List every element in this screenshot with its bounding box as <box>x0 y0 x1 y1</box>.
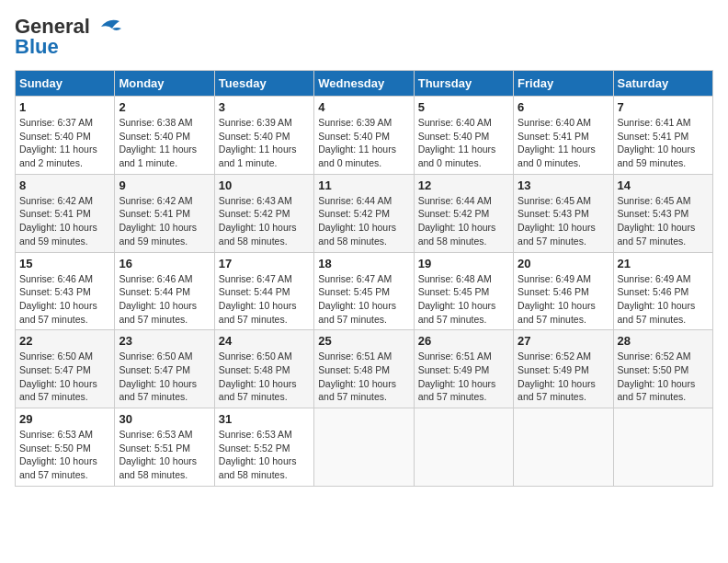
day-number: 26 <box>418 334 509 348</box>
day-number: 2 <box>119 100 210 114</box>
day-number: 18 <box>318 257 409 270</box>
day-info: Sunrise: 6:38 AMSunset: 5:40 PMDaylight:… <box>119 116 210 170</box>
day-number: 27 <box>518 334 609 348</box>
day-info: Sunrise: 6:42 AMSunset: 5:41 PMDaylight:… <box>119 194 210 248</box>
day-number: 22 <box>19 334 110 348</box>
day-info: Sunrise: 6:50 AMSunset: 5:47 PMDaylight:… <box>19 350 110 404</box>
day-info: Sunrise: 6:51 AMSunset: 5:48 PMDaylight:… <box>318 350 409 404</box>
day-number: 10 <box>219 178 310 192</box>
day-info: Sunrise: 6:45 AMSunset: 5:43 PMDaylight:… <box>618 194 709 248</box>
calendar-body: 1 Sunrise: 6:37 AMSunset: 5:40 PMDayligh… <box>16 97 713 487</box>
day-header-thursday: Thursday <box>414 71 513 97</box>
day-info: Sunrise: 6:53 AMSunset: 5:52 PMDaylight:… <box>219 428 310 482</box>
logo: General Blue <box>15 15 123 59</box>
calendar-cell: 2 Sunrise: 6:38 AMSunset: 5:40 PMDayligh… <box>115 97 214 175</box>
day-header-sunday: Sunday <box>16 71 115 97</box>
day-info: Sunrise: 6:42 AMSunset: 5:41 PMDaylight:… <box>19 194 110 248</box>
day-info: Sunrise: 6:40 AMSunset: 5:41 PMDaylight:… <box>518 116 609 170</box>
calendar-cell: 3 Sunrise: 6:39 AMSunset: 5:40 PMDayligh… <box>214 97 313 175</box>
day-number: 25 <box>318 334 409 348</box>
day-number: 4 <box>318 100 409 114</box>
calendar-cell: 30 Sunrise: 6:53 AMSunset: 5:51 PMDaylig… <box>115 408 214 487</box>
day-info: Sunrise: 6:40 AMSunset: 5:40 PMDaylight:… <box>418 116 509 170</box>
day-number: 20 <box>518 257 609 270</box>
day-info: Sunrise: 6:46 AMSunset: 5:43 PMDaylight:… <box>19 272 110 327</box>
calendar-cell: 7 Sunrise: 6:41 AMSunset: 5:41 PMDayligh… <box>613 97 712 175</box>
day-number: 15 <box>19 257 110 270</box>
calendar-cell: 1 Sunrise: 6:37 AMSunset: 5:40 PMDayligh… <box>16 97 115 175</box>
calendar-cell: 21 Sunrise: 6:49 AMSunset: 5:46 PMDaylig… <box>613 252 712 330</box>
day-info: Sunrise: 6:39 AMSunset: 5:40 PMDaylight:… <box>219 116 310 170</box>
day-number: 6 <box>518 100 609 114</box>
day-number: 3 <box>219 100 310 114</box>
calendar-header-row: SundayMondayTuesdayWednesdayThursdayFrid… <box>16 71 713 97</box>
calendar-cell <box>514 408 613 487</box>
calendar-week-3: 15 Sunrise: 6:46 AMSunset: 5:43 PMDaylig… <box>16 252 713 330</box>
day-info: Sunrise: 6:52 AMSunset: 5:50 PMDaylight:… <box>618 350 709 404</box>
calendar-cell: 23 Sunrise: 6:50 AMSunset: 5:47 PMDaylig… <box>115 330 214 408</box>
day-info: Sunrise: 6:37 AMSunset: 5:40 PMDaylight:… <box>19 116 110 170</box>
calendar-cell: 13 Sunrise: 6:45 AMSunset: 5:43 PMDaylig… <box>514 174 613 252</box>
day-number: 23 <box>119 334 210 348</box>
day-number: 31 <box>219 412 310 426</box>
calendar-table: SundayMondayTuesdayWednesdayThursdayFrid… <box>15 70 713 487</box>
day-number: 13 <box>518 178 609 192</box>
calendar-cell: 10 Sunrise: 6:43 AMSunset: 5:42 PMDaylig… <box>214 174 313 252</box>
calendar-cell: 16 Sunrise: 6:46 AMSunset: 5:44 PMDaylig… <box>115 252 214 330</box>
day-number: 29 <box>19 412 110 426</box>
calendar-cell: 27 Sunrise: 6:52 AMSunset: 5:49 PMDaylig… <box>514 330 613 408</box>
calendar-cell: 4 Sunrise: 6:39 AMSunset: 5:40 PMDayligh… <box>314 97 414 175</box>
day-number: 1 <box>19 100 110 114</box>
calendar-week-4: 22 Sunrise: 6:50 AMSunset: 5:47 PMDaylig… <box>16 330 713 408</box>
day-number: 12 <box>418 178 509 192</box>
calendar-cell: 22 Sunrise: 6:50 AMSunset: 5:47 PMDaylig… <box>16 330 115 408</box>
calendar-cell: 17 Sunrise: 6:47 AMSunset: 5:44 PMDaylig… <box>214 252 313 330</box>
day-info: Sunrise: 6:50 AMSunset: 5:47 PMDaylight:… <box>119 350 210 404</box>
logo-bird-icon <box>94 17 123 36</box>
calendar-cell <box>414 408 513 487</box>
calendar-cell: 29 Sunrise: 6:53 AMSunset: 5:50 PMDaylig… <box>16 408 115 487</box>
calendar-week-5: 29 Sunrise: 6:53 AMSunset: 5:50 PMDaylig… <box>16 408 713 487</box>
day-number: 14 <box>618 178 709 192</box>
day-number: 21 <box>618 257 709 270</box>
day-number: 16 <box>119 257 210 270</box>
day-number: 19 <box>418 257 509 270</box>
day-info: Sunrise: 6:45 AMSunset: 5:43 PMDaylight:… <box>518 194 609 248</box>
day-number: 28 <box>618 334 709 348</box>
calendar-cell: 31 Sunrise: 6:53 AMSunset: 5:52 PMDaylig… <box>214 408 313 487</box>
calendar-cell <box>613 408 712 487</box>
calendar-cell: 25 Sunrise: 6:51 AMSunset: 5:48 PMDaylig… <box>314 330 414 408</box>
calendar-cell: 15 Sunrise: 6:46 AMSunset: 5:43 PMDaylig… <box>16 252 115 330</box>
calendar-cell: 8 Sunrise: 6:42 AMSunset: 5:41 PMDayligh… <box>16 174 115 252</box>
calendar-cell <box>314 408 414 487</box>
calendar-week-1: 1 Sunrise: 6:37 AMSunset: 5:40 PMDayligh… <box>16 97 713 175</box>
day-number: 17 <box>219 257 310 270</box>
day-info: Sunrise: 6:47 AMSunset: 5:45 PMDaylight:… <box>318 272 409 327</box>
day-number: 30 <box>119 412 210 426</box>
day-number: 24 <box>219 334 310 348</box>
calendar-cell: 5 Sunrise: 6:40 AMSunset: 5:40 PMDayligh… <box>414 97 513 175</box>
calendar-cell: 24 Sunrise: 6:50 AMSunset: 5:48 PMDaylig… <box>214 330 313 408</box>
day-header-tuesday: Tuesday <box>214 71 313 97</box>
day-info: Sunrise: 6:49 AMSunset: 5:46 PMDaylight:… <box>518 272 609 327</box>
logo-text-blue: Blue <box>15 35 59 59</box>
day-header-saturday: Saturday <box>613 71 712 97</box>
day-info: Sunrise: 6:53 AMSunset: 5:51 PMDaylight:… <box>119 428 210 482</box>
page-header: General Blue <box>15 15 713 59</box>
calendar-cell: 11 Sunrise: 6:44 AMSunset: 5:42 PMDaylig… <box>314 174 414 252</box>
calendar-cell: 28 Sunrise: 6:52 AMSunset: 5:50 PMDaylig… <box>613 330 712 408</box>
calendar-cell: 18 Sunrise: 6:47 AMSunset: 5:45 PMDaylig… <box>314 252 414 330</box>
day-info: Sunrise: 6:46 AMSunset: 5:44 PMDaylight:… <box>119 272 210 327</box>
day-header-wednesday: Wednesday <box>314 71 414 97</box>
day-number: 9 <box>119 178 210 192</box>
day-number: 7 <box>618 100 709 114</box>
day-header-monday: Monday <box>115 71 214 97</box>
calendar-cell: 19 Sunrise: 6:48 AMSunset: 5:45 PMDaylig… <box>414 252 513 330</box>
calendar-cell: 26 Sunrise: 6:51 AMSunset: 5:49 PMDaylig… <box>414 330 513 408</box>
day-header-friday: Friday <box>514 71 613 97</box>
calendar-cell: 6 Sunrise: 6:40 AMSunset: 5:41 PMDayligh… <box>514 97 613 175</box>
day-number: 8 <box>19 178 110 192</box>
day-info: Sunrise: 6:41 AMSunset: 5:41 PMDaylight:… <box>618 116 709 170</box>
day-info: Sunrise: 6:53 AMSunset: 5:50 PMDaylight:… <box>19 428 110 482</box>
calendar-cell: 20 Sunrise: 6:49 AMSunset: 5:46 PMDaylig… <box>514 252 613 330</box>
